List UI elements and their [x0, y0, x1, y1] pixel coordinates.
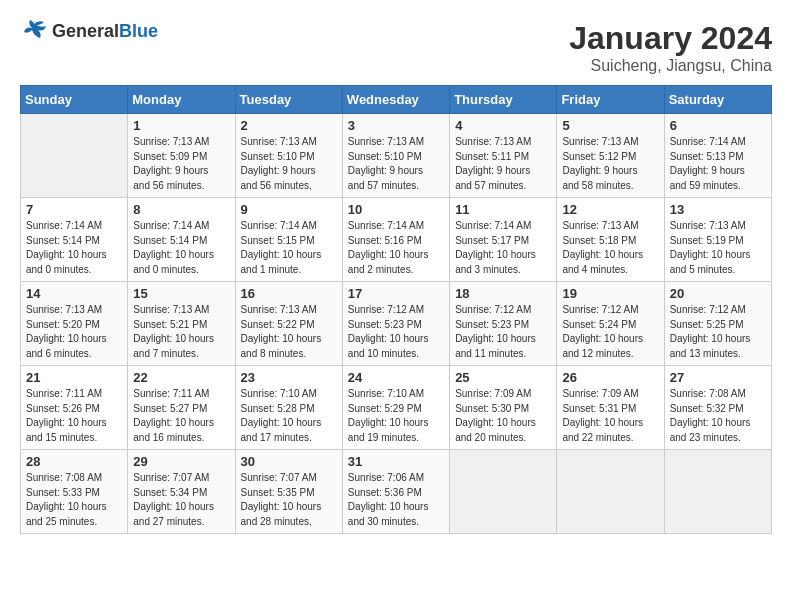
day-info: Sunrise: 7:09 AM Sunset: 5:30 PM Dayligh… [455, 387, 551, 445]
day-info: Sunrise: 7:06 AM Sunset: 5:36 PM Dayligh… [348, 471, 444, 529]
day-info: Sunrise: 7:13 AM Sunset: 5:12 PM Dayligh… [562, 135, 658, 193]
calendar-day-cell: 12Sunrise: 7:13 AM Sunset: 5:18 PM Dayli… [557, 198, 664, 282]
day-number: 9 [241, 202, 337, 217]
day-number: 21 [26, 370, 122, 385]
calendar-day-cell: 30Sunrise: 7:07 AM Sunset: 5:35 PM Dayli… [235, 450, 342, 534]
calendar-day-cell: 28Sunrise: 7:08 AM Sunset: 5:33 PM Dayli… [21, 450, 128, 534]
day-info: Sunrise: 7:11 AM Sunset: 5:27 PM Dayligh… [133, 387, 229, 445]
logo: GeneralBlue [20, 20, 158, 42]
day-info: Sunrise: 7:14 AM Sunset: 5:14 PM Dayligh… [133, 219, 229, 277]
calendar-day-cell: 5Sunrise: 7:13 AM Sunset: 5:12 PM Daylig… [557, 114, 664, 198]
calendar-day-cell: 17Sunrise: 7:12 AM Sunset: 5:23 PM Dayli… [342, 282, 449, 366]
day-number: 14 [26, 286, 122, 301]
day-number: 20 [670, 286, 766, 301]
location-subtitle: Suicheng, Jiangsu, China [569, 57, 772, 75]
empty-day-cell [450, 450, 557, 534]
day-info: Sunrise: 7:11 AM Sunset: 5:26 PM Dayligh… [26, 387, 122, 445]
calendar-day-cell: 11Sunrise: 7:14 AM Sunset: 5:17 PM Dayli… [450, 198, 557, 282]
calendar-header-row: SundayMondayTuesdayWednesdayThursdayFrid… [21, 86, 772, 114]
day-number: 19 [562, 286, 658, 301]
calendar-day-cell: 21Sunrise: 7:11 AM Sunset: 5:26 PM Dayli… [21, 366, 128, 450]
day-info: Sunrise: 7:12 AM Sunset: 5:23 PM Dayligh… [455, 303, 551, 361]
day-info: Sunrise: 7:12 AM Sunset: 5:24 PM Dayligh… [562, 303, 658, 361]
calendar-day-cell: 14Sunrise: 7:13 AM Sunset: 5:20 PM Dayli… [21, 282, 128, 366]
empty-day-cell [21, 114, 128, 198]
day-info: Sunrise: 7:14 AM Sunset: 5:17 PM Dayligh… [455, 219, 551, 277]
calendar-day-cell: 26Sunrise: 7:09 AM Sunset: 5:31 PM Dayli… [557, 366, 664, 450]
calendar-day-cell: 15Sunrise: 7:13 AM Sunset: 5:21 PM Dayli… [128, 282, 235, 366]
day-number: 13 [670, 202, 766, 217]
day-number: 26 [562, 370, 658, 385]
calendar-day-cell: 2Sunrise: 7:13 AM Sunset: 5:10 PM Daylig… [235, 114, 342, 198]
day-info: Sunrise: 7:13 AM Sunset: 5:20 PM Dayligh… [26, 303, 122, 361]
day-of-week-header: Tuesday [235, 86, 342, 114]
day-info: Sunrise: 7:10 AM Sunset: 5:29 PM Dayligh… [348, 387, 444, 445]
day-number: 25 [455, 370, 551, 385]
calendar-day-cell: 31Sunrise: 7:06 AM Sunset: 5:36 PM Dayli… [342, 450, 449, 534]
calendar-day-cell: 27Sunrise: 7:08 AM Sunset: 5:32 PM Dayli… [664, 366, 771, 450]
day-info: Sunrise: 7:13 AM Sunset: 5:21 PM Dayligh… [133, 303, 229, 361]
calendar-week-row: 1Sunrise: 7:13 AM Sunset: 5:09 PM Daylig… [21, 114, 772, 198]
calendar-week-row: 21Sunrise: 7:11 AM Sunset: 5:26 PM Dayli… [21, 366, 772, 450]
calendar-day-cell: 6Sunrise: 7:14 AM Sunset: 5:13 PM Daylig… [664, 114, 771, 198]
day-info: Sunrise: 7:12 AM Sunset: 5:25 PM Dayligh… [670, 303, 766, 361]
day-number: 8 [133, 202, 229, 217]
calendar-day-cell: 13Sunrise: 7:13 AM Sunset: 5:19 PM Dayli… [664, 198, 771, 282]
calendar-table: SundayMondayTuesdayWednesdayThursdayFrid… [20, 85, 772, 534]
day-info: Sunrise: 7:08 AM Sunset: 5:33 PM Dayligh… [26, 471, 122, 529]
calendar-day-cell: 25Sunrise: 7:09 AM Sunset: 5:30 PM Dayli… [450, 366, 557, 450]
day-number: 17 [348, 286, 444, 301]
day-of-week-header: Saturday [664, 86, 771, 114]
day-of-week-header: Friday [557, 86, 664, 114]
day-number: 31 [348, 454, 444, 469]
empty-day-cell [664, 450, 771, 534]
calendar-week-row: 7Sunrise: 7:14 AM Sunset: 5:14 PM Daylig… [21, 198, 772, 282]
day-info: Sunrise: 7:13 AM Sunset: 5:10 PM Dayligh… [348, 135, 444, 193]
calendar-day-cell: 24Sunrise: 7:10 AM Sunset: 5:29 PM Dayli… [342, 366, 449, 450]
day-info: Sunrise: 7:07 AM Sunset: 5:35 PM Dayligh… [241, 471, 337, 529]
day-of-week-header: Wednesday [342, 86, 449, 114]
day-info: Sunrise: 7:13 AM Sunset: 5:22 PM Dayligh… [241, 303, 337, 361]
day-number: 6 [670, 118, 766, 133]
day-number: 7 [26, 202, 122, 217]
day-info: Sunrise: 7:09 AM Sunset: 5:31 PM Dayligh… [562, 387, 658, 445]
day-number: 11 [455, 202, 551, 217]
day-of-week-header: Thursday [450, 86, 557, 114]
day-number: 10 [348, 202, 444, 217]
calendar-day-cell: 19Sunrise: 7:12 AM Sunset: 5:24 PM Dayli… [557, 282, 664, 366]
calendar-day-cell: 22Sunrise: 7:11 AM Sunset: 5:27 PM Dayli… [128, 366, 235, 450]
calendar-week-row: 14Sunrise: 7:13 AM Sunset: 5:20 PM Dayli… [21, 282, 772, 366]
day-number: 4 [455, 118, 551, 133]
logo-blue: Blue [119, 21, 158, 41]
day-info: Sunrise: 7:08 AM Sunset: 5:32 PM Dayligh… [670, 387, 766, 445]
day-number: 24 [348, 370, 444, 385]
calendar-day-cell: 29Sunrise: 7:07 AM Sunset: 5:34 PM Dayli… [128, 450, 235, 534]
day-info: Sunrise: 7:12 AM Sunset: 5:23 PM Dayligh… [348, 303, 444, 361]
day-number: 12 [562, 202, 658, 217]
day-info: Sunrise: 7:14 AM Sunset: 5:14 PM Dayligh… [26, 219, 122, 277]
day-number: 29 [133, 454, 229, 469]
day-number: 18 [455, 286, 551, 301]
calendar-week-row: 28Sunrise: 7:08 AM Sunset: 5:33 PM Dayli… [21, 450, 772, 534]
page-header: GeneralBlue January 2024 Suicheng, Jiang… [20, 20, 772, 75]
day-number: 1 [133, 118, 229, 133]
calendar-day-cell: 10Sunrise: 7:14 AM Sunset: 5:16 PM Dayli… [342, 198, 449, 282]
logo-general: General [52, 21, 119, 41]
day-info: Sunrise: 7:13 AM Sunset: 5:10 PM Dayligh… [241, 135, 337, 193]
logo-text: GeneralBlue [52, 21, 158, 42]
calendar-day-cell: 18Sunrise: 7:12 AM Sunset: 5:23 PM Dayli… [450, 282, 557, 366]
day-number: 5 [562, 118, 658, 133]
calendar-day-cell: 23Sunrise: 7:10 AM Sunset: 5:28 PM Dayli… [235, 366, 342, 450]
month-year-title: January 2024 [569, 20, 772, 57]
day-info: Sunrise: 7:14 AM Sunset: 5:15 PM Dayligh… [241, 219, 337, 277]
day-info: Sunrise: 7:13 AM Sunset: 5:18 PM Dayligh… [562, 219, 658, 277]
day-number: 23 [241, 370, 337, 385]
day-info: Sunrise: 7:13 AM Sunset: 5:19 PM Dayligh… [670, 219, 766, 277]
day-number: 28 [26, 454, 122, 469]
day-info: Sunrise: 7:14 AM Sunset: 5:16 PM Dayligh… [348, 219, 444, 277]
day-number: 27 [670, 370, 766, 385]
day-of-week-header: Monday [128, 86, 235, 114]
calendar-day-cell: 8Sunrise: 7:14 AM Sunset: 5:14 PM Daylig… [128, 198, 235, 282]
calendar-day-cell: 1Sunrise: 7:13 AM Sunset: 5:09 PM Daylig… [128, 114, 235, 198]
calendar-day-cell: 20Sunrise: 7:12 AM Sunset: 5:25 PM Dayli… [664, 282, 771, 366]
